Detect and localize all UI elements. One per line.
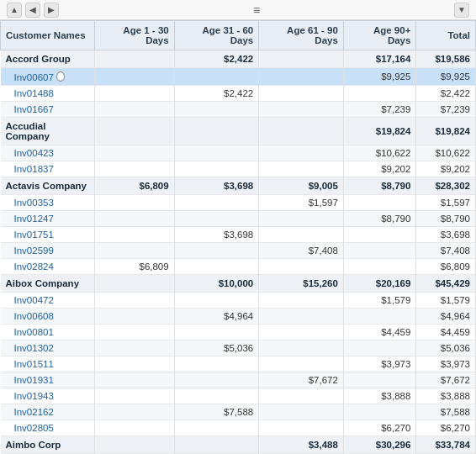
table-row[interactable]: Inv00472 $1,579 $1,579	[1, 293, 476, 309]
table-row[interactable]: Inv00608 $4,964 $4,964	[1, 309, 476, 325]
detail-total: $6,809	[416, 259, 476, 275]
invoice-id[interactable]: Inv00472	[1, 293, 95, 309]
invoice-id[interactable]: Inv01302	[1, 340, 95, 356]
group-row[interactable]: Accord Group $2,422 $17,164 $19,586	[1, 50, 476, 68]
detail-age90plus: $9,202	[343, 161, 416, 177]
detail-age61-90: $1,597	[259, 195, 344, 211]
invoice-id[interactable]: Inv00607	[1, 68, 95, 86]
invoice-id[interactable]: Inv01511	[1, 356, 95, 372]
table-row[interactable]: Inv01837 $9,202 $9,202	[1, 161, 476, 177]
menu-icon[interactable]: ≡	[253, 3, 260, 17]
detail-age90plus: $3,973	[343, 356, 416, 372]
nav-right-button[interactable]: ▶	[44, 3, 59, 18]
invoice-id[interactable]: Inv01751	[1, 227, 95, 243]
table-container: Customer Names Age 1 - 30 Days Age 31 - …	[0, 20, 476, 454]
invoice-id[interactable]: Inv00801	[1, 325, 95, 340]
invoice-id[interactable]: Inv00608	[1, 309, 95, 325]
detail-age1-30	[94, 161, 174, 177]
detail-total: $6,270	[416, 420, 476, 436]
group-age31-60	[174, 436, 259, 454]
detail-age31-60	[174, 372, 259, 388]
detail-age1-30: $6,809	[94, 259, 174, 275]
detail-age61-90	[259, 404, 344, 420]
group-row[interactable]: Aimbo Corp $3,488 $30,296 $33,784	[1, 436, 476, 454]
detail-total: $8,790	[416, 211, 476, 227]
invoice-id[interactable]: Inv01837	[1, 161, 95, 177]
invoice-id[interactable]: Inv00423	[1, 145, 95, 161]
nav-down-button[interactable]: ▼	[454, 3, 469, 18]
group-name: Aimbo Corp	[1, 436, 95, 454]
table-row[interactable]: Inv02824 $6,809 $6,809	[1, 259, 476, 275]
table-row[interactable]: Inv01247 $8,790 $8,790	[1, 211, 476, 227]
invoice-id[interactable]: Inv01488	[1, 86, 95, 102]
table-row[interactable]: Inv00801 $4,459 $4,459	[1, 325, 476, 340]
invoice-id[interactable]: Inv02162	[1, 404, 95, 420]
table-row[interactable]: Inv01511 $3,973 $3,973	[1, 356, 476, 372]
invoice-id[interactable]: Inv01931	[1, 372, 95, 388]
table-row[interactable]: Inv01931 $7,672 $7,672	[1, 372, 476, 388]
detail-age1-30	[94, 420, 174, 436]
header-customer-names: Customer Names	[1, 21, 95, 50]
invoice-id[interactable]: Inv01667	[1, 102, 95, 118]
invoice-id[interactable]: Inv02824	[1, 259, 95, 275]
detail-age31-60: $2,422	[174, 86, 259, 102]
table-row[interactable]: Inv00423 $10,622 $10,622	[1, 145, 476, 161]
group-age1-30	[94, 436, 174, 454]
detail-age90plus	[343, 404, 416, 420]
group-age90plus: $30,296	[343, 436, 416, 454]
table-row[interactable]: Inv01302 $5,036 $5,036	[1, 340, 476, 356]
invoice-id[interactable]: Inv02599	[1, 243, 95, 259]
group-age31-60: $2,422	[174, 50, 259, 68]
table-row[interactable]: Inv01667 $7,239 $7,239	[1, 102, 476, 118]
table-row[interactable]: Inv00353 $1,597 $1,597	[1, 195, 476, 211]
table-row[interactable]: Inv02599 $7,408 $7,408	[1, 243, 476, 259]
detail-age61-90	[259, 356, 344, 372]
invoice-id[interactable]: Inv01943	[1, 388, 95, 404]
detail-age90plus	[343, 340, 416, 356]
detail-age90plus: $1,579	[343, 293, 416, 309]
table-row[interactable]: Inv01943 $3,888 $3,888	[1, 388, 476, 404]
detail-age1-30	[94, 145, 174, 161]
table-row[interactable]: Inv01751 $3,698 $3,698	[1, 227, 476, 243]
detail-total: $3,888	[416, 388, 476, 404]
detail-age31-60	[174, 259, 259, 275]
table-row[interactable]: Inv00607 $9,925 $9,925	[1, 68, 476, 86]
table-row[interactable]: Inv02805 $6,270 $6,270	[1, 420, 476, 436]
detail-total: $3,698	[416, 227, 476, 243]
group-age61-90	[259, 118, 344, 145]
header-age-1-30: Age 1 - 30 Days	[94, 21, 174, 50]
group-age1-30	[94, 275, 174, 293]
invoice-id[interactable]: Inv00353	[1, 195, 95, 211]
nav-left-button[interactable]: ◀	[25, 3, 40, 18]
detail-age31-60	[174, 388, 259, 404]
detail-age1-30	[94, 404, 174, 420]
detail-age1-30	[94, 227, 174, 243]
group-row[interactable]: Actavis Company $6,809 $3,698 $9,005 $8,…	[1, 177, 476, 195]
invoice-id[interactable]: Inv02805	[1, 420, 95, 436]
detail-age61-90	[259, 211, 344, 227]
detail-total: $1,579	[416, 293, 476, 309]
group-row[interactable]: Aibox Company $10,000 $15,260 $20,169 $4…	[1, 275, 476, 293]
detail-age31-60: $4,964	[174, 309, 259, 325]
detail-total: $5,036	[416, 340, 476, 356]
detail-age1-30	[94, 243, 174, 259]
detail-age61-90	[259, 145, 344, 161]
detail-age1-30	[94, 86, 174, 102]
detail-total: $9,925	[416, 68, 476, 86]
table-row[interactable]: Inv01488 $2,422 $2,422	[1, 86, 476, 102]
invoice-id[interactable]: Inv01247	[1, 211, 95, 227]
group-row[interactable]: Accudial Company $19,824 $19,824	[1, 118, 476, 145]
detail-age1-30	[94, 372, 174, 388]
detail-age61-90	[259, 340, 344, 356]
group-name: Actavis Company	[1, 177, 95, 195]
detail-age61-90	[259, 293, 344, 309]
group-name: Accudial Company	[1, 118, 95, 145]
group-age90plus: $17,164	[343, 50, 416, 68]
detail-age1-30	[94, 293, 174, 309]
detail-age31-60	[174, 211, 259, 227]
group-total: $28,302	[416, 177, 476, 195]
table-row[interactable]: Inv02162 $7,588 $7,588	[1, 404, 476, 420]
nav-up-button[interactable]: ▲	[7, 3, 22, 18]
detail-total: $7,588	[416, 404, 476, 420]
detail-age90plus	[343, 259, 416, 275]
